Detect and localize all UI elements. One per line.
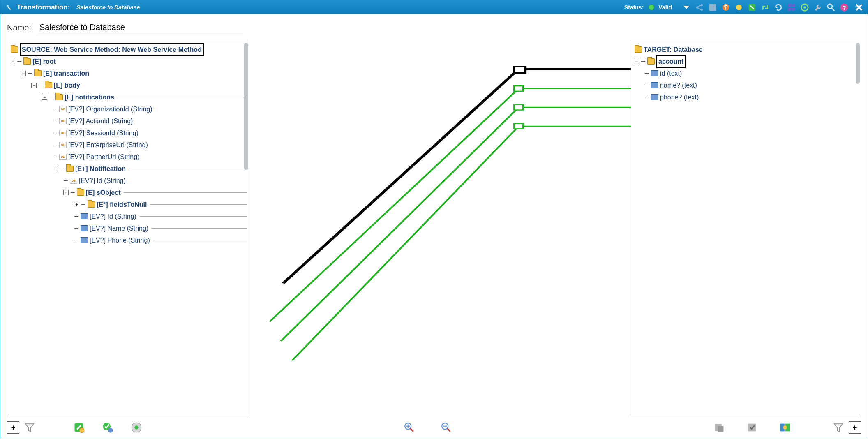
leaf-label: [EV?] ActionId (String) <box>68 116 133 127</box>
collapse-icon[interactable]: − <box>63 190 69 195</box>
de-icon <box>70 178 77 184</box>
svg-point-15 <box>828 4 832 9</box>
node-label: [E] body <box>54 80 80 91</box>
target-panel: TARGET: Database − account id (text) nam… <box>631 40 861 416</box>
tree-leaf[interactable]: [EV?] ActionId (String) <box>53 115 247 127</box>
field-icon <box>651 70 658 76</box>
refresh-icon[interactable] <box>774 3 783 12</box>
zoom-in-icon[interactable] <box>403 421 416 434</box>
tree-leaf[interactable]: [EV?] Phone (String) <box>74 234 247 246</box>
expand-icon[interactable]: + <box>74 202 79 207</box>
field-icon <box>81 213 88 220</box>
title-name: Salesforce to Database <box>76 4 140 11</box>
target-header: TARGET: Database <box>644 44 703 55</box>
svg-rect-20 <box>514 105 523 110</box>
folder-icon <box>66 166 74 172</box>
arrows-icon[interactable] <box>761 3 770 12</box>
target-action1-icon[interactable] <box>713 421 725 434</box>
svg-point-27 <box>134 425 138 429</box>
svg-rect-21 <box>514 124 523 129</box>
tree-leaf[interactable]: [EV?] EnterpriseUrl (String) <box>53 139 247 151</box>
status-label: Status: <box>624 4 644 11</box>
grid-icon[interactable] <box>787 3 796 12</box>
target-action2-icon[interactable] <box>746 421 758 434</box>
add-target-button[interactable]: + <box>849 421 861 434</box>
filter-target-icon[interactable] <box>832 421 845 434</box>
folder-icon <box>55 94 63 100</box>
globe-up-icon[interactable] <box>721 3 730 12</box>
tree-leaf[interactable]: [EV?] OrganizationId (String) <box>53 103 247 115</box>
svg-point-14 <box>803 6 806 9</box>
field-icon <box>651 82 658 88</box>
collapse-icon[interactable]: − <box>634 59 639 64</box>
svg-point-35 <box>783 425 787 429</box>
collapse-icon[interactable]: − <box>31 83 37 88</box>
svg-rect-9 <box>788 4 791 7</box>
scrollbar[interactable] <box>856 43 860 84</box>
tree-node-root[interactable]: − [E] root <box>10 55 247 67</box>
folder-icon <box>34 70 42 76</box>
target-action3-icon[interactable] <box>779 421 791 434</box>
collapse-icon[interactable]: − <box>21 71 26 76</box>
gear-globe-icon[interactable] <box>130 421 143 434</box>
zoom-out-icon[interactable] <box>440 421 452 434</box>
source-header-row[interactable]: SOURCE: Web Service Method: New Web Serv… <box>10 44 247 55</box>
status-indicator-dot <box>649 5 654 10</box>
titlebar: Transformation: Salesforce to Database S… <box>0 0 868 14</box>
tree-node-body[interactable]: − [E] body <box>31 79 247 91</box>
folder-icon <box>635 46 642 53</box>
tree-node-transaction[interactable]: − [E] transaction <box>21 67 247 79</box>
node-label: [E*] fieldsToNull <box>97 199 147 210</box>
filter-source-icon[interactable] <box>23 421 36 434</box>
leaf-label: [EV?] Phone (String) <box>90 235 150 246</box>
name-row: Name: <box>0 14 868 37</box>
bottom-toolbar: + + <box>0 420 868 439</box>
folder-icon <box>11 46 18 53</box>
svg-rect-18 <box>514 67 525 73</box>
leaf-label: [EV?] PartnerUrl (String) <box>68 151 139 163</box>
tree-leaf[interactable]: phone? (text) <box>644 91 858 103</box>
tree-node-fieldstonull[interactable]: + [E*] fieldsToNull <box>74 199 247 210</box>
field-icon <box>651 94 658 100</box>
tree-leaf[interactable]: [EV?] SessionId (String) <box>53 127 247 139</box>
collapse-icon[interactable]: − <box>10 59 15 64</box>
tree-node-account[interactable]: − account <box>634 55 858 67</box>
close-icon[interactable] <box>854 3 863 12</box>
target-header-row[interactable]: TARGET: Database <box>634 44 858 55</box>
leaf-label: name? (text) <box>660 80 697 91</box>
add-source-button[interactable]: + <box>7 421 19 434</box>
wrench-icon[interactable] <box>813 3 822 12</box>
tree-leaf[interactable]: [EV?] Name (String) <box>74 222 247 234</box>
green-action2-icon[interactable] <box>102 421 114 434</box>
help-icon[interactable]: ? <box>840 3 849 12</box>
dropdown-arrow-icon[interactable] <box>682 3 691 12</box>
node-label: [E] transaction <box>43 68 89 79</box>
name-input[interactable] <box>38 22 243 33</box>
yellow-dot-icon[interactable] <box>734 3 743 12</box>
tree-node-notifications[interactable]: − [E] notifications <box>42 91 247 103</box>
tree-leaf[interactable]: [EV?] Id (String) <box>74 210 247 222</box>
tree-leaf[interactable]: [EV?] Id (String) <box>63 175 247 187</box>
green-square-icon[interactable] <box>748 3 757 12</box>
collapse-icon[interactable]: − <box>53 166 58 171</box>
scrollbar[interactable] <box>244 43 248 170</box>
tree-leaf[interactable]: name? (text) <box>644 79 858 91</box>
circle2-icon[interactable] <box>800 3 809 12</box>
share-icon[interactable] <box>695 3 704 12</box>
notes-icon[interactable] <box>708 3 717 12</box>
folder-icon <box>647 58 655 65</box>
collapse-icon[interactable]: − <box>42 95 47 100</box>
search-icon[interactable] <box>826 3 836 12</box>
leaf-label: [EV?] OrganizationId (String) <box>68 104 152 115</box>
green-action1-icon[interactable] <box>73 421 85 434</box>
svg-rect-1 <box>7 7 11 10</box>
svg-rect-10 <box>792 4 795 7</box>
tree-leaf[interactable]: id (text) <box>644 67 858 79</box>
folder-icon <box>45 82 52 88</box>
leaf-label: phone? (text) <box>660 92 699 103</box>
leaf-label: [EV?] Id (String) <box>90 211 136 222</box>
tree-node-sobject[interactable]: − [E] sObject <box>63 187 247 199</box>
tree-leaf[interactable]: [EV?] PartnerUrl (String) <box>53 151 247 163</box>
tree-node-notification[interactable]: − [E+] Notification <box>53 163 247 175</box>
svg-point-7 <box>736 5 742 10</box>
